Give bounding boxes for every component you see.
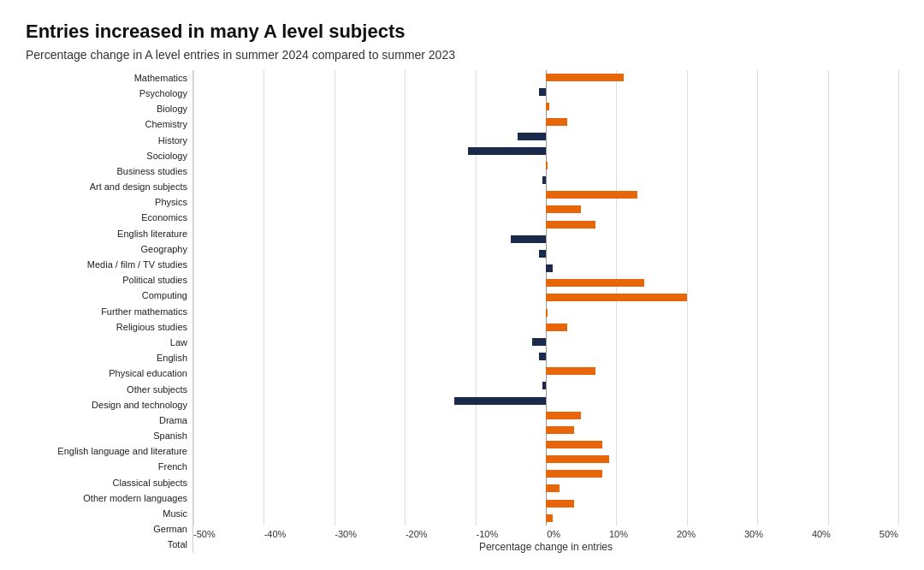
x-tick-label: -10% (477, 529, 499, 539)
y-label: Total (26, 539, 187, 550)
bar-row (193, 217, 898, 232)
y-label: Economics (26, 212, 187, 223)
bar-row (193, 173, 898, 187)
x-tick-label: 0% (547, 529, 560, 539)
bar-row (193, 496, 898, 511)
bar (511, 235, 546, 243)
bar-row (193, 202, 898, 217)
x-tick-label: 40% (812, 529, 831, 539)
bar (539, 353, 546, 360)
bar-row (193, 187, 898, 202)
chart-title: Entries increased in many A level subjec… (26, 21, 898, 43)
x-tick-label: 10% (609, 529, 628, 539)
bar (546, 470, 602, 478)
bar-row (193, 290, 898, 305)
y-label: Political studies (26, 275, 187, 286)
y-label: Other subjects (26, 384, 187, 395)
bar-row (193, 261, 898, 276)
chart-area: MathematicsPsychologyBiologyChemistryHis… (26, 70, 898, 553)
bar (546, 191, 637, 199)
bar (546, 205, 581, 213)
bar (546, 309, 548, 317)
y-label: Geography (26, 244, 187, 255)
bar (542, 176, 546, 184)
y-label: Spanish (26, 430, 187, 442)
bar-row (193, 481, 898, 496)
bar-row (193, 511, 898, 525)
y-label: Design and technology (26, 400, 187, 411)
bar-row (193, 408, 898, 423)
y-label: Physical education (26, 368, 187, 379)
x-tick-label: -20% (406, 529, 428, 539)
bar (546, 484, 560, 492)
x-tick-label: -50% (193, 529, 216, 539)
chart-subtitle: Percentage change in A level entries in … (26, 48, 898, 62)
y-label: Classical subjects (26, 478, 187, 489)
x-axis: -50%-40%-30%-20%-10%0%10%20%30%40%50% (193, 525, 898, 539)
x-tick-label: -30% (335, 529, 357, 539)
bar-row (193, 85, 898, 99)
bar-row (193, 232, 898, 246)
bar (546, 103, 549, 110)
y-labels: MathematicsPsychologyBiologyChemistryHis… (26, 70, 192, 553)
y-label: Sociology (26, 151, 187, 162)
y-label: French (26, 461, 187, 472)
bar (546, 162, 548, 169)
bar-row (193, 70, 898, 85)
x-axis-label: Percentage change in entries (193, 541, 898, 553)
y-label: History (26, 135, 187, 146)
bar (546, 426, 574, 434)
bars-rows (193, 70, 898, 525)
y-label: Religious studies (26, 322, 187, 333)
y-label: Art and design subjects (26, 181, 187, 193)
y-label: Drama (26, 415, 187, 426)
y-label: Media / film / TV studies (26, 259, 187, 270)
bar-row (193, 320, 898, 335)
bar-row (193, 144, 898, 158)
bar-row (193, 99, 898, 114)
bar (539, 88, 546, 96)
grid-line (898, 70, 899, 525)
bar (546, 221, 595, 229)
bar (546, 514, 553, 522)
y-label: English (26, 353, 187, 364)
bar-row (193, 276, 898, 290)
y-label: Psychology (26, 88, 187, 99)
bar (468, 147, 546, 155)
x-tick-label: 20% (677, 529, 696, 539)
bar-row (193, 114, 898, 128)
bar-row (193, 349, 898, 364)
bar-row (193, 335, 898, 349)
x-tick-label: 50% (880, 529, 898, 539)
y-label: Chemistry (26, 119, 187, 130)
y-label: Physics (26, 197, 187, 208)
bar (546, 455, 609, 463)
bar-row (193, 364, 898, 378)
bar-row (193, 246, 898, 261)
bar (539, 250, 546, 258)
y-label: English language and literature (26, 446, 187, 457)
bar-row (193, 423, 898, 437)
y-label: Biology (26, 104, 187, 115)
bar-row (193, 129, 898, 144)
bar (546, 324, 567, 331)
bar-row (193, 306, 898, 320)
bar (546, 367, 595, 375)
y-label: Business studies (26, 166, 187, 177)
grid-and-bars (193, 70, 898, 525)
y-label: Computing (26, 290, 187, 301)
bar-row (193, 437, 898, 452)
bar (546, 279, 644, 287)
plot-area: -50%-40%-30%-20%-10%0%10%20%30%40%50% Pe… (192, 70, 898, 553)
bar-row (193, 466, 898, 481)
bar-row (193, 393, 898, 407)
bar (546, 74, 624, 81)
y-label: Other modern languages (26, 493, 187, 504)
bar (542, 382, 546, 389)
bar (546, 412, 581, 419)
y-label: Law (26, 337, 187, 348)
bar-row (193, 158, 898, 173)
bar (546, 500, 574, 508)
y-label: Music (26, 508, 187, 520)
bar (518, 133, 546, 140)
